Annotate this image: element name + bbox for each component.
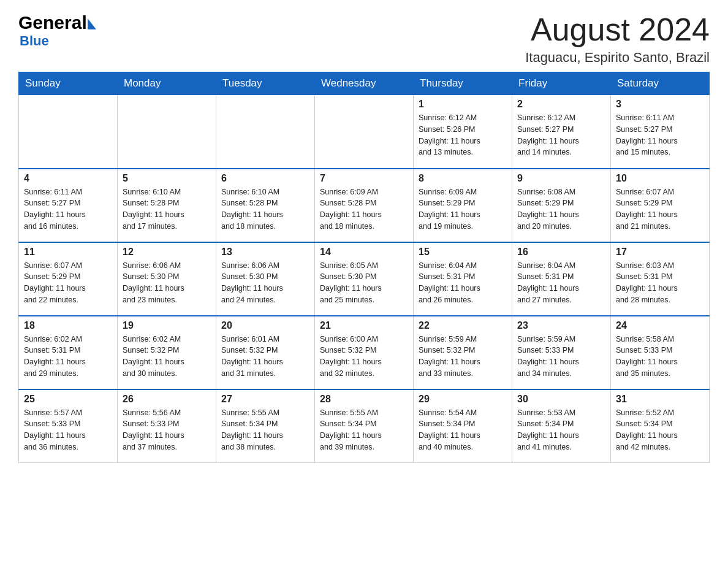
- calendar-cell: 14Sunrise: 6:05 AMSunset: 5:30 PMDayligh…: [315, 242, 414, 316]
- logo-arrow-icon: [88, 18, 96, 29]
- calendar-week-row: 25Sunrise: 5:57 AMSunset: 5:33 PMDayligh…: [19, 389, 710, 463]
- col-header-friday: Friday: [512, 72, 611, 95]
- day-info: Sunrise: 6:03 AMSunset: 5:31 PMDaylight:…: [616, 260, 704, 306]
- day-number: 30: [517, 394, 605, 405]
- day-info: Sunrise: 6:11 AMSunset: 5:27 PMDaylight:…: [616, 112, 704, 158]
- calendar-cell: 13Sunrise: 6:06 AMSunset: 5:30 PMDayligh…: [216, 242, 315, 316]
- calendar-cell: 11Sunrise: 6:07 AMSunset: 5:29 PMDayligh…: [19, 242, 118, 316]
- col-header-tuesday: Tuesday: [216, 72, 315, 95]
- day-info: Sunrise: 6:11 AMSunset: 5:27 PMDaylight:…: [24, 186, 112, 232]
- day-number: 6: [221, 173, 309, 184]
- day-info: Sunrise: 6:06 AMSunset: 5:30 PMDaylight:…: [221, 260, 309, 306]
- calendar-week-row: 18Sunrise: 6:02 AMSunset: 5:31 PMDayligh…: [19, 316, 710, 389]
- day-number: 7: [320, 173, 408, 184]
- day-number: 19: [123, 320, 211, 331]
- day-number: 22: [419, 320, 507, 331]
- day-info: Sunrise: 6:10 AMSunset: 5:28 PMDaylight:…: [221, 186, 309, 232]
- calendar-week-row: 1Sunrise: 6:12 AMSunset: 5:26 PMDaylight…: [19, 95, 710, 169]
- day-number: 25: [24, 394, 112, 405]
- day-number: 1: [419, 99, 507, 110]
- day-info: Sunrise: 6:04 AMSunset: 5:31 PMDaylight:…: [419, 260, 507, 306]
- calendar-cell: 20Sunrise: 6:01 AMSunset: 5:32 PMDayligh…: [216, 316, 315, 389]
- day-info: Sunrise: 6:07 AMSunset: 5:29 PMDaylight:…: [24, 260, 112, 306]
- day-info: Sunrise: 5:55 AMSunset: 5:34 PMDaylight:…: [320, 407, 408, 453]
- day-number: 27: [221, 394, 309, 405]
- calendar-cell: 2Sunrise: 6:12 AMSunset: 5:27 PMDaylight…: [512, 95, 611, 169]
- day-number: 10: [616, 173, 704, 184]
- calendar-cell: 8Sunrise: 6:09 AMSunset: 5:29 PMDaylight…: [414, 169, 512, 242]
- day-number: 23: [517, 320, 605, 331]
- day-number: 11: [24, 247, 112, 258]
- day-info: Sunrise: 5:56 AMSunset: 5:33 PMDaylight:…: [123, 407, 211, 453]
- col-header-wednesday: Wednesday: [315, 72, 414, 95]
- calendar-cell: 10Sunrise: 6:07 AMSunset: 5:29 PMDayligh…: [611, 169, 710, 242]
- calendar-cell: 30Sunrise: 5:53 AMSunset: 5:34 PMDayligh…: [512, 389, 611, 463]
- day-info: Sunrise: 5:53 AMSunset: 5:34 PMDaylight:…: [517, 407, 605, 453]
- calendar-cell: 24Sunrise: 5:58 AMSunset: 5:33 PMDayligh…: [611, 316, 710, 389]
- day-info: Sunrise: 6:10 AMSunset: 5:28 PMDaylight:…: [123, 186, 211, 232]
- day-number: 20: [221, 320, 309, 331]
- calendar-cell: 27Sunrise: 5:55 AMSunset: 5:34 PMDayligh…: [216, 389, 315, 463]
- day-number: 5: [123, 173, 211, 184]
- calendar-cell: 1Sunrise: 6:12 AMSunset: 5:26 PMDaylight…: [414, 95, 512, 169]
- day-number: 17: [616, 247, 704, 258]
- calendar-cell: 19Sunrise: 6:02 AMSunset: 5:32 PMDayligh…: [118, 316, 216, 389]
- day-info: Sunrise: 6:02 AMSunset: 5:31 PMDaylight:…: [24, 334, 112, 380]
- day-number: 31: [616, 394, 704, 405]
- day-info: Sunrise: 5:58 AMSunset: 5:33 PMDaylight:…: [616, 334, 704, 380]
- calendar-cell: [19, 95, 118, 169]
- calendar-cell: 12Sunrise: 6:06 AMSunset: 5:30 PMDayligh…: [118, 242, 216, 316]
- calendar-cell: 29Sunrise: 5:54 AMSunset: 5:34 PMDayligh…: [414, 389, 512, 463]
- calendar-cell: [216, 95, 315, 169]
- page-header: General Blue August 2024 Itaguacu, Espir…: [18, 12, 710, 66]
- day-info: Sunrise: 6:08 AMSunset: 5:29 PMDaylight:…: [517, 186, 605, 232]
- day-number: 8: [419, 173, 507, 184]
- day-number: 26: [123, 394, 211, 405]
- day-info: Sunrise: 6:02 AMSunset: 5:32 PMDaylight:…: [123, 334, 211, 380]
- day-info: Sunrise: 6:12 AMSunset: 5:27 PMDaylight:…: [517, 112, 605, 158]
- day-number: 15: [419, 247, 507, 258]
- calendar-table: SundayMondayTuesdayWednesdayThursdayFrid…: [18, 72, 710, 463]
- day-number: 2: [517, 99, 605, 110]
- day-number: 13: [221, 247, 309, 258]
- calendar-week-row: 4Sunrise: 6:11 AMSunset: 5:27 PMDaylight…: [19, 169, 710, 242]
- calendar-cell: 21Sunrise: 6:00 AMSunset: 5:32 PMDayligh…: [315, 316, 414, 389]
- location-text: Itaguacu, Espirito Santo, Brazil: [525, 50, 710, 66]
- calendar-cell: 17Sunrise: 6:03 AMSunset: 5:31 PMDayligh…: [611, 242, 710, 316]
- day-info: Sunrise: 6:05 AMSunset: 5:30 PMDaylight:…: [320, 260, 408, 306]
- day-info: Sunrise: 5:52 AMSunset: 5:34 PMDaylight:…: [616, 407, 704, 453]
- day-info: Sunrise: 6:09 AMSunset: 5:28 PMDaylight:…: [320, 186, 408, 232]
- col-header-sunday: Sunday: [19, 72, 118, 95]
- day-info: Sunrise: 6:04 AMSunset: 5:31 PMDaylight:…: [517, 260, 605, 306]
- calendar-cell: 15Sunrise: 6:04 AMSunset: 5:31 PMDayligh…: [414, 242, 512, 316]
- calendar-cell: 22Sunrise: 5:59 AMSunset: 5:32 PMDayligh…: [414, 316, 512, 389]
- day-number: 21: [320, 320, 408, 331]
- day-info: Sunrise: 6:09 AMSunset: 5:29 PMDaylight:…: [419, 186, 507, 232]
- calendar-cell: 16Sunrise: 6:04 AMSunset: 5:31 PMDayligh…: [512, 242, 611, 316]
- calendar-cell: 25Sunrise: 5:57 AMSunset: 5:33 PMDayligh…: [19, 389, 118, 463]
- calendar-cell: 3Sunrise: 6:11 AMSunset: 5:27 PMDaylight…: [611, 95, 710, 169]
- calendar-cell: 9Sunrise: 6:08 AMSunset: 5:29 PMDaylight…: [512, 169, 611, 242]
- calendar-cell: 28Sunrise: 5:55 AMSunset: 5:34 PMDayligh…: [315, 389, 414, 463]
- day-number: 29: [419, 394, 507, 405]
- day-info: Sunrise: 5:55 AMSunset: 5:34 PMDaylight:…: [221, 407, 309, 453]
- calendar-cell: 6Sunrise: 6:10 AMSunset: 5:28 PMDaylight…: [216, 169, 315, 242]
- day-info: Sunrise: 6:07 AMSunset: 5:29 PMDaylight:…: [616, 186, 704, 232]
- day-number: 28: [320, 394, 408, 405]
- calendar-cell: 23Sunrise: 5:59 AMSunset: 5:33 PMDayligh…: [512, 316, 611, 389]
- day-info: Sunrise: 6:06 AMSunset: 5:30 PMDaylight:…: [123, 260, 211, 306]
- calendar-cell: [315, 95, 414, 169]
- day-info: Sunrise: 5:59 AMSunset: 5:33 PMDaylight:…: [517, 334, 605, 380]
- calendar-cell: 4Sunrise: 6:11 AMSunset: 5:27 PMDaylight…: [19, 169, 118, 242]
- calendar-cell: 18Sunrise: 6:02 AMSunset: 5:31 PMDayligh…: [19, 316, 118, 389]
- col-header-saturday: Saturday: [611, 72, 710, 95]
- calendar-cell: 26Sunrise: 5:56 AMSunset: 5:33 PMDayligh…: [118, 389, 216, 463]
- day-info: Sunrise: 6:01 AMSunset: 5:32 PMDaylight:…: [221, 334, 309, 380]
- calendar-cell: 5Sunrise: 6:10 AMSunset: 5:28 PMDaylight…: [118, 169, 216, 242]
- day-number: 24: [616, 320, 704, 331]
- day-number: 9: [517, 173, 605, 184]
- day-number: 14: [320, 247, 408, 258]
- logo-blue-text: Blue: [20, 33, 49, 48]
- logo-general-text: General: [18, 12, 87, 33]
- day-info: Sunrise: 5:59 AMSunset: 5:32 PMDaylight:…: [419, 334, 507, 380]
